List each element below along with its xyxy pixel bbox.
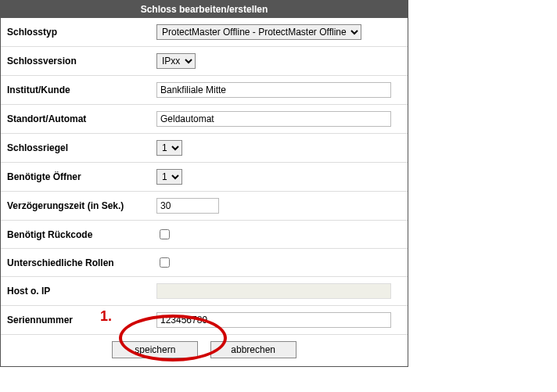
label-schlosstyp: Schlosstyp	[1, 18, 150, 47]
field-host	[156, 283, 391, 299]
input-verzoegerung[interactable]	[156, 198, 219, 214]
checkbox-rueckcode[interactable]	[160, 229, 170, 239]
checkbox-rollen[interactable]	[160, 257, 170, 268]
form-table: Schlosstyp ProtectMaster Offline - Prote…	[1, 18, 408, 335]
label-oeffner: Benötigte Öffner	[1, 163, 150, 192]
input-institut[interactable]	[156, 82, 391, 98]
label-seriennummer: Seriennummer	[1, 306, 150, 335]
input-standort[interactable]	[156, 111, 391, 127]
input-seriennummer[interactable]	[156, 312, 391, 328]
label-rueckcode: Benötigt Rückcode	[1, 221, 150, 249]
label-standort: Standort/Automat	[1, 105, 150, 134]
label-institut: Institut/Kunde	[1, 76, 150, 105]
dialog-body: Schlosstyp ProtectMaster Offline - Prote…	[1, 18, 408, 366]
select-oeffner[interactable]: 1	[156, 169, 182, 185]
label-rollen: Unterschiedliche Rollen	[1, 249, 150, 277]
save-button[interactable]: speichern	[112, 341, 198, 358]
cancel-button[interactable]: abbrechen	[210, 341, 296, 358]
button-row: speichern abbrechen	[1, 335, 408, 366]
dialog-title: Schloss bearbeiten/erstellen	[1, 1, 408, 18]
select-schlosstyp[interactable]: ProtectMaster Offline - ProtectMaster Of…	[156, 24, 361, 40]
label-schlossriegel: Schlossriegel	[1, 134, 150, 163]
select-schlossversion[interactable]: IPxx	[156, 53, 196, 69]
label-verzoegerung: Verzögerungszeit (in Sek.)	[1, 192, 150, 221]
label-schlossversion: Schlossversion	[1, 47, 150, 76]
label-host: Host o. IP	[1, 277, 150, 306]
select-schlossriegel[interactable]: 1	[156, 140, 182, 156]
dialog-edit-lock: Schloss bearbeiten/erstellen Schlosstyp …	[0, 0, 408, 367]
